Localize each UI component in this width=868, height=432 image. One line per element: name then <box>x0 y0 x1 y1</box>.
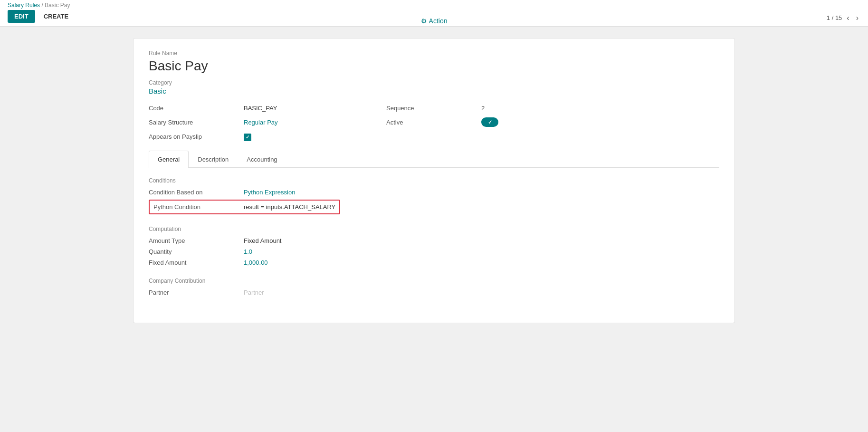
pagination-prev-button[interactable]: ‹ <box>845 14 851 22</box>
category-label: Category <box>149 79 719 86</box>
pagination-display: 1 / 15 <box>827 14 842 21</box>
condition-based-on-row: Condition Based on Python Expression <box>149 189 719 196</box>
toolbar-buttons: EDIT CREATE <box>8 10 73 23</box>
sequence-value: 2 <box>481 105 576 112</box>
tabs-bar: General Description Accounting <box>149 151 719 168</box>
active-label: Active <box>386 119 481 126</box>
rule-name-title: Basic Pay <box>149 58 719 74</box>
computation-heading: Computation <box>149 226 719 232</box>
conditions-section: Conditions Condition Based on Python Exp… <box>149 177 719 214</box>
fixed-amount-value: 1,000.00 <box>244 259 268 266</box>
fixed-amount-label: Fixed Amount <box>149 259 244 266</box>
fields-grid: Code BASIC_PAY Sequence 2 Salary Structu… <box>149 105 719 141</box>
checkbox-checked-icon[interactable] <box>244 134 251 141</box>
condition-based-on-value: Python Expression <box>244 189 295 196</box>
company-contribution-section: Company Contribution Partner Partner <box>149 278 719 296</box>
breadcrumb-current: Basic Pay <box>45 2 70 9</box>
amount-type-label: Amount Type <box>149 237 244 244</box>
tab-accounting[interactable]: Accounting <box>238 151 286 168</box>
edit-button[interactable]: EDIT <box>8 10 35 23</box>
quantity-row: Quantity 1.0 <box>149 248 719 255</box>
python-condition-row: Python Condition result = inputs.ATTACH_… <box>149 200 340 214</box>
tab-description[interactable]: Description <box>189 151 238 168</box>
code-value: BASIC_PAY <box>244 105 386 112</box>
active-toggle[interactable] <box>481 117 576 127</box>
code-label: Code <box>149 105 244 112</box>
gear-icon: ⚙ <box>421 17 427 25</box>
form-card: Rule Name Basic Pay Category Basic Code … <box>133 38 735 323</box>
quantity-label: Quantity <box>149 248 244 255</box>
action-button[interactable]: ⚙ Action <box>421 17 448 25</box>
partner-row: Partner Partner <box>149 289 719 296</box>
appears-on-payslip-label: Appears on Payslip <box>149 133 244 140</box>
partner-value[interactable]: Partner <box>244 289 264 296</box>
pagination: 1 / 15 ‹ › <box>827 14 860 22</box>
partner-label: Partner <box>149 289 244 296</box>
appears-on-payslip-checkbox[interactable] <box>244 133 386 141</box>
salary-structure-value[interactable]: Regular Pay <box>244 119 386 126</box>
company-contribution-heading: Company Contribution <box>149 278 719 284</box>
main-content: Rule Name Basic Pay Category Basic Code … <box>0 27 868 432</box>
breadcrumb: Salary Rules / Basic Pay <box>8 2 70 9</box>
python-condition-value[interactable]: result = inputs.ATTACH_SALARY <box>244 203 335 211</box>
computation-section: Computation Amount Type Fixed Amount Qua… <box>149 226 719 266</box>
tab-general[interactable]: General <box>149 151 189 168</box>
quantity-value: 1.0 <box>244 248 252 255</box>
salary-structure-label: Salary Structure <box>149 119 244 126</box>
category-value[interactable]: Basic <box>149 87 719 95</box>
action-button-label: Action <box>429 17 448 25</box>
breadcrumb-parent-link[interactable]: Salary Rules <box>8 2 40 9</box>
amount-type-row: Amount Type Fixed Amount <box>149 237 719 244</box>
active-toggle-control[interactable] <box>481 117 498 127</box>
sequence-label: Sequence <box>386 105 481 112</box>
python-condition-label: Python Condition <box>153 203 244 211</box>
fixed-amount-row: Fixed Amount 1,000.00 <box>149 259 719 266</box>
condition-based-on-label: Condition Based on <box>149 189 244 196</box>
rule-name-label: Rule Name <box>149 50 719 57</box>
amount-type-value: Fixed Amount <box>244 237 282 244</box>
create-button[interactable]: CREATE <box>39 10 73 23</box>
conditions-heading: Conditions <box>149 177 719 184</box>
top-bar: Salary Rules / Basic Pay EDIT CREATE ⚙ A… <box>0 0 868 27</box>
breadcrumb-separator: / <box>41 2 43 9</box>
pagination-next-button[interactable]: › <box>854 14 860 22</box>
